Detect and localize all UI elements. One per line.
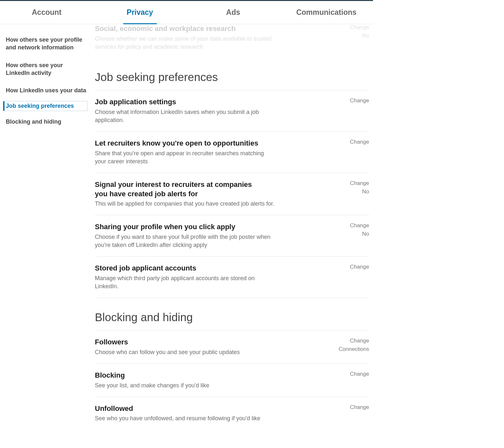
setting-row-open-opportunities[interactable]: Let recruiters know you're open to oppor… <box>95 132 369 173</box>
sidebar: How others see your profile and network … <box>0 24 90 443</box>
row-desc: See who you have unfollowed, and resume … <box>95 414 276 423</box>
section-heading-blocking: Blocking and hiding <box>95 311 369 331</box>
change-link[interactable]: Change <box>334 264 369 270</box>
row-desc: See your list, and make changes if you'd… <box>95 382 276 390</box>
sidebar-item-profile-visibility[interactable]: How others see your profile and network … <box>6 33 87 54</box>
row-desc: Choose who can follow you and see your p… <box>95 348 276 356</box>
row-desc: Share that you're open and appear in rec… <box>95 149 276 166</box>
change-link[interactable]: Change <box>334 139 369 145</box>
setting-row-job-application[interactable]: Job application settings Choose what inf… <box>95 90 369 132</box>
setting-row-stored-accounts[interactable]: Stored job applicant accounts Manage whi… <box>95 257 369 298</box>
row-title: Blocking <box>95 371 327 380</box>
tab-account-label: Account <box>32 8 62 17</box>
row-title: Signal your interest to recruiters at co… <box>95 180 263 199</box>
setting-row-share-profile-apply[interactable]: Sharing your profile when you click appl… <box>95 215 369 257</box>
sidebar-item-blocking[interactable]: Blocking and hiding <box>6 115 87 128</box>
main-content: Social, economic and workplace research … <box>90 24 373 443</box>
change-link[interactable]: Change <box>334 371 369 377</box>
setting-row-research-faded[interactable]: Social, economic and workplace research … <box>95 24 369 58</box>
row-desc: Choose whether we can make some of your … <box>95 35 276 51</box>
row-desc: Choose if you want to share your full pr… <box>95 233 276 249</box>
tab-privacy-label: Privacy <box>127 8 153 17</box>
tab-privacy[interactable]: Privacy <box>93 1 186 24</box>
change-link[interactable]: Change <box>334 222 369 229</box>
row-title: Sharing your profile when you click appl… <box>95 222 327 232</box>
change-link[interactable]: Change <box>334 180 369 187</box>
row-title: Unfollowed <box>95 404 327 413</box>
status-text: No <box>350 33 369 39</box>
row-title: Social, economic and workplace research <box>95 24 363 34</box>
status-text: No <box>334 188 369 195</box>
section-heading-job-seeking: Job seeking preferences <box>95 71 369 90</box>
tab-account[interactable]: Account <box>0 1 93 24</box>
change-link[interactable]: Change <box>334 97 369 104</box>
setting-row-signal-interest[interactable]: Signal your interest to recruiters at co… <box>95 173 369 215</box>
setting-row-followers[interactable]: Followers Choose who can follow you and … <box>95 331 369 364</box>
sidebar-item-job-seeking[interactable]: Job seeking preferences <box>3 101 87 110</box>
tab-communications[interactable]: Communications <box>280 1 373 24</box>
status-text: Connections <box>334 346 369 352</box>
row-desc: Manage which third party job applicant a… <box>95 274 276 290</box>
setting-row-blocking[interactable]: Blocking See your list, and make changes… <box>95 364 369 397</box>
row-desc: This will be applied for companies that … <box>95 200 276 208</box>
tab-communications-label: Communications <box>296 8 357 17</box>
sidebar-item-data-usage[interactable]: How LinkedIn uses your data <box>6 84 87 97</box>
row-desc: Choose what information LinkedIn saves w… <box>95 108 276 124</box>
tab-ads-label: Ads <box>226 8 240 17</box>
row-title: Followers <box>95 338 327 347</box>
change-link[interactable]: Change <box>350 24 369 31</box>
row-title: Stored job applicant accounts <box>95 264 327 273</box>
status-text: No <box>334 231 369 237</box>
top-tabs: Account Privacy Ads Communications <box>0 1 373 24</box>
row-title: Job application settings <box>95 97 327 107</box>
sidebar-item-activity-visibility[interactable]: How others see your LinkedIn activity <box>6 59 87 80</box>
change-link[interactable]: Change <box>334 338 369 344</box>
setting-row-unfollowed[interactable]: Unfollowed See who you have unfollowed, … <box>95 397 369 430</box>
change-link[interactable]: Change <box>334 404 369 411</box>
tab-ads[interactable]: Ads <box>186 1 280 24</box>
row-title: Let recruiters know you're open to oppor… <box>95 139 327 148</box>
